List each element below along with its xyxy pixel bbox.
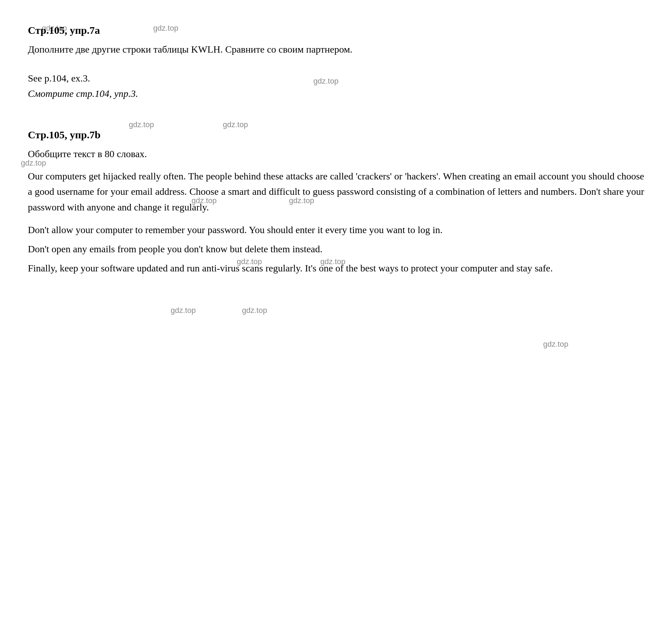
watermark-13: gdz.top	[543, 340, 568, 349]
section-7b: Стр.105, упр.7b Обобщите текст в 80 слов…	[28, 129, 644, 276]
english-paragraph-1: Our computers get hijacked really often.…	[28, 169, 644, 215]
english-paragraph-3: Don't open any emails from people you do…	[28, 241, 644, 257]
watermark-4: gdz.top	[129, 120, 154, 129]
section-7a-see-ref: See p.104, ex.3.	[28, 71, 644, 86]
watermark-5: gdz.top	[223, 120, 248, 129]
english-paragraph-4: Finally, keep your software updated and …	[28, 261, 644, 276]
watermark-12: gdz.top	[242, 306, 267, 315]
section-7a-body: Дополните две другие строки таблицы KWLH…	[28, 42, 644, 57]
section-7a-see-ref-ru: Смотрите стр.104, упр.3.	[28, 86, 644, 101]
section-7b-title: Стр.105, упр.7b	[28, 129, 644, 141]
watermark-11: gdz.top	[171, 306, 196, 315]
section-7b-body: Обобщите текст в 80 словах.	[28, 146, 644, 161]
section-7a: Стр.105, упр.7a Дополните две другие стр…	[28, 24, 644, 101]
english-paragraph-2: Don't allow your computer to remember yo…	[28, 222, 644, 238]
section-7a-title: Стр.105, упр.7a	[28, 24, 644, 36]
